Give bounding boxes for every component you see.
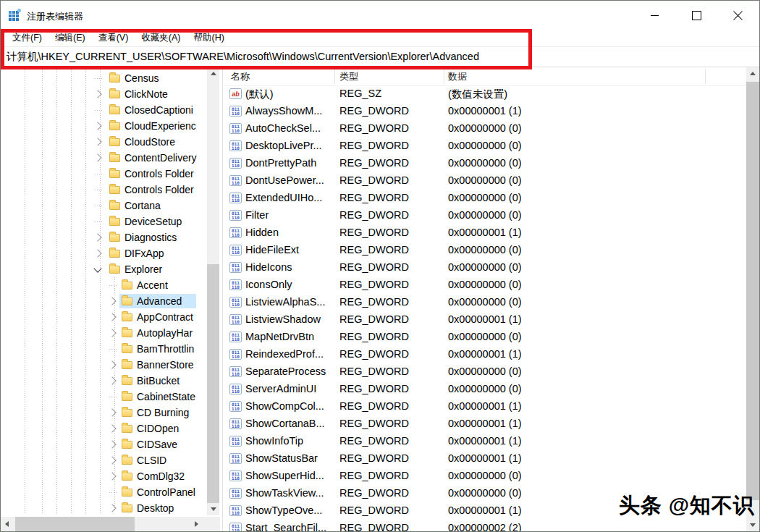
- value-name[interactable]: Filter: [245, 209, 269, 221]
- tree-item[interactable]: DIFxApp: [1, 245, 206, 261]
- registry-value-row[interactable]: (默认)REG_SZ(数值未设置): [224, 85, 746, 103]
- value-name[interactable]: HideIcons: [245, 261, 292, 273]
- registry-value-row[interactable]: HideIconsREG_DWORD0x00000000 (0): [224, 259, 746, 276]
- tree-item[interactable]: AppContract: [1, 309, 206, 325]
- registry-value-row[interactable]: DontPrettyPathREG_DWORD0x00000000 (0): [224, 155, 746, 172]
- value-name[interactable]: ListviewShadow: [245, 313, 321, 325]
- tree-hscrollbar-thumb[interactable]: [15, 517, 135, 531]
- tree-item-label[interactable]: Census: [124, 72, 159, 84]
- expand-arrow-icon[interactable]: [108, 313, 116, 321]
- tree-item-label[interactable]: ClosedCaptioni: [124, 104, 193, 116]
- tree-item[interactable]: ClosedCaptioni: [1, 102, 206, 118]
- expand-arrow-icon[interactable]: [108, 472, 116, 480]
- registry-value-row[interactable]: DesktopLivePr...REG_DWORD0x00000000 (0): [224, 138, 746, 155]
- tree-item-label[interactable]: Cortana: [124, 200, 161, 211]
- registry-value-row[interactable]: ShowCortanaB...REG_DWORD0x00000001 (1): [224, 415, 746, 433]
- expand-arrow-icon[interactable]: [108, 329, 116, 337]
- scroll-left-button[interactable]: [1, 518, 13, 530]
- registry-value-row[interactable]: Start_SearchFil...REG_DWORD0x00000002 (2…: [224, 520, 746, 531]
- tree-horizontal-scrollbar[interactable]: [1, 517, 207, 531]
- tree-item-label[interactable]: DIFxApp: [124, 248, 164, 259]
- expand-arrow-icon[interactable]: [108, 424, 116, 432]
- minimize-button[interactable]: [638, 1, 671, 30]
- registry-value-row[interactable]: HiddenREG_DWORD0x00000001 (1): [224, 224, 746, 242]
- tree-item-label[interactable]: Controls Folder: [124, 168, 194, 180]
- scroll-up-button[interactable]: [746, 67, 759, 80]
- tree-item-label[interactable]: Advanced: [137, 295, 182, 307]
- scroll-down-button[interactable]: [207, 503, 219, 515]
- tree-item[interactable]: Census: [1, 70, 206, 86]
- value-name[interactable]: HideFileExt: [245, 244, 299, 256]
- tree-item-label[interactable]: CLSID: [137, 455, 166, 466]
- tree-item-label[interactable]: DeviceSetup: [124, 216, 182, 227]
- tree-item-label[interactable]: ClickNote: [124, 88, 168, 100]
- registry-value-row[interactable]: ExtendedUIHo...REG_DWORD0x00000000 (0): [224, 190, 746, 207]
- value-name[interactable]: ReindexedProf...: [245, 348, 324, 360]
- value-name[interactable]: Start_SearchFil...: [245, 522, 326, 531]
- tree-item-label[interactable]: BannerStore: [137, 359, 194, 371]
- value-name[interactable]: ShowTaskView...: [245, 487, 324, 499]
- list-scrollbar-thumb[interactable]: [746, 82, 759, 500]
- column-header-name[interactable]: 名称: [231, 70, 250, 83]
- value-name[interactable]: (默认): [245, 88, 274, 101]
- tree-scrollbar-thumb[interactable]: [207, 264, 219, 503]
- value-name[interactable]: ShowInfoTip: [245, 435, 303, 447]
- value-name[interactable]: ListviewAlphaS...: [245, 296, 325, 308]
- expand-arrow-icon[interactable]: [108, 408, 116, 416]
- registry-value-row[interactable]: FilterREG_DWORD0x00000000 (0): [224, 207, 746, 224]
- tree-item[interactable]: CloudStore: [1, 134, 206, 150]
- expand-arrow-icon[interactable]: [93, 249, 101, 257]
- value-name[interactable]: ExtendedUIHo...: [245, 192, 322, 203]
- menu-edit[interactable]: 编辑(E): [48, 32, 92, 44]
- tree-item[interactable]: AutoplayHar: [1, 325, 206, 341]
- expand-arrow-icon[interactable]: [108, 456, 116, 464]
- registry-value-row[interactable]: MapNetDrvBtnREG_DWORD0x00000000 (0): [224, 329, 746, 346]
- tree-item-label[interactable]: Diagnostics: [124, 232, 177, 243]
- tree-item[interactable]: CIDOpen: [1, 421, 206, 436]
- value-name[interactable]: IconsOnly: [245, 279, 292, 290]
- registry-value-row[interactable]: ReindexedProf...REG_DWORD0x00000001 (1): [224, 346, 746, 363]
- tree-item-label[interactable]: Explorer: [124, 263, 162, 275]
- tree-item-label[interactable]: ControlPanel: [137, 486, 195, 498]
- registry-value-row[interactable]: AutoCheckSel...REG_DWORD0x00000000 (0): [224, 120, 746, 138]
- column-header-type[interactable]: 类型: [339, 70, 358, 83]
- tree-item[interactable]: DeviceSetup: [1, 214, 206, 229]
- expand-arrow-icon[interactable]: [108, 297, 116, 305]
- tree-item[interactable]: ControlPanel: [1, 484, 206, 500]
- registry-value-row[interactable]: ShowSuperHid...REG_DWORD0x00000000 (0): [224, 468, 746, 485]
- value-name[interactable]: SeparateProcess: [245, 366, 326, 377]
- value-name[interactable]: ServerAdminUI: [245, 383, 316, 394]
- tree-item-label[interactable]: CIDOpen: [137, 423, 179, 434]
- registry-value-row[interactable]: ShowStatusBarREG_DWORD0x00000001 (1): [224, 450, 746, 468]
- tree-item[interactable]: CLSID: [1, 452, 206, 468]
- tree-item[interactable]: Cortana: [1, 198, 206, 214]
- address-bar[interactable]: 计算机\HKEY_CURRENT_USER\SOFTWARE\Microsoft…: [1, 46, 759, 67]
- menu-favorites[interactable]: 收藏夹(A): [135, 32, 187, 44]
- value-name[interactable]: DontPrettyPath: [245, 157, 316, 169]
- scroll-right-button[interactable]: [190, 518, 203, 530]
- expand-arrow-icon[interactable]: [93, 233, 101, 241]
- expand-arrow-icon[interactable]: [108, 376, 116, 384]
- tree-item-label[interactable]: Controls Folder: [124, 184, 194, 195]
- tree-item-label[interactable]: CIDSave: [137, 439, 177, 450]
- expand-arrow-icon[interactable]: [108, 504, 116, 512]
- tree-item[interactable]: CloudExperienc: [1, 118, 206, 134]
- tree-vertical-scrollbar[interactable]: [207, 67, 219, 515]
- tree-item-label[interactable]: ContentDelivery: [124, 152, 197, 164]
- tree-item[interactable]: ContentDelivery: [1, 150, 206, 166]
- registry-value-row[interactable]: SeparateProcessREG_DWORD0x00000000 (0): [224, 363, 746, 381]
- value-name[interactable]: ShowTypeOve...: [245, 504, 322, 516]
- registry-path[interactable]: 计算机\HKEY_CURRENT_USER\SOFTWARE\Microsoft…: [7, 50, 479, 64]
- value-name[interactable]: Hidden: [245, 227, 279, 238]
- tree-item[interactable]: Advanced: [1, 293, 206, 309]
- tree-item[interactable]: Explorer: [1, 261, 206, 277]
- scroll-up-button[interactable]: [207, 67, 219, 80]
- menu-help[interactable]: 帮助(H): [187, 32, 230, 44]
- registry-value-row[interactable]: HideFileExtREG_DWORD0x00000000 (0): [224, 242, 746, 259]
- value-name[interactable]: MapNetDrvBtn: [245, 331, 314, 342]
- tree-item[interactable]: Desktop: [1, 500, 206, 516]
- close-button[interactable]: [721, 1, 754, 30]
- tree-item-label[interactable]: BamThrottlin: [137, 343, 194, 355]
- value-name[interactable]: AlwaysShowM...: [245, 105, 322, 117]
- tree-item-label[interactable]: CabinetState: [137, 391, 195, 402]
